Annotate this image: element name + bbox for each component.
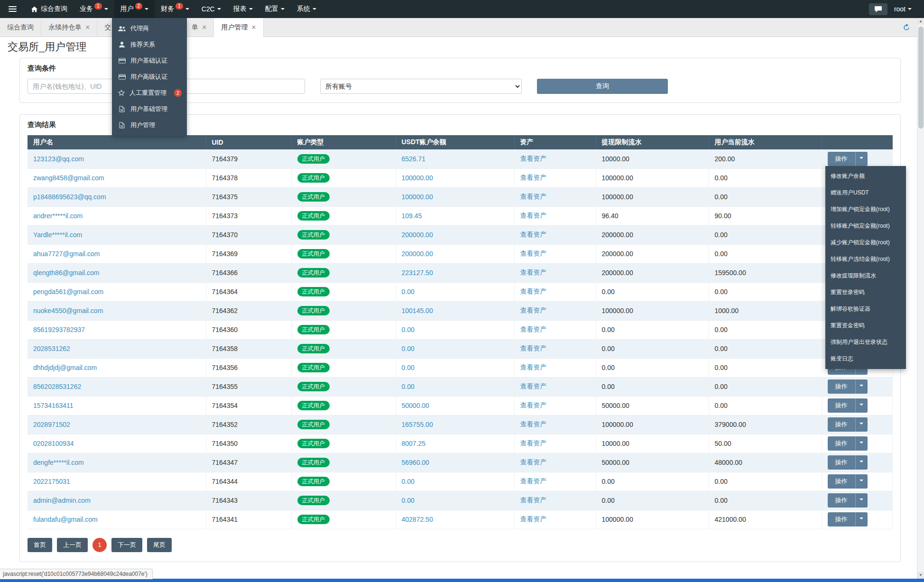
view-assets-link[interactable]: 查看资产	[520, 306, 547, 314]
username-link[interactable]: 2022175031	[33, 478, 70, 485]
nav-item-config[interactable]: 配置	[259, 0, 291, 18]
close-icon[interactable]: ×	[251, 24, 256, 31]
scroll-up-arrow-icon[interactable]: ▲	[917, 18, 924, 25]
view-assets-link[interactable]: 查看资产	[520, 439, 547, 447]
action-button[interactable]: 操作	[828, 436, 855, 451]
action-menu-item[interactable]: 赠送用户USDT	[825, 185, 906, 201]
usdt-balance-link[interactable]: 100145.00	[402, 307, 433, 314]
view-assets-link[interactable]: 查看资产	[520, 174, 547, 181]
username-link[interactable]: 8562028531262	[33, 383, 81, 390]
usdt-balance-link[interactable]: 56960.00	[402, 459, 429, 466]
username-link[interactable]: fulandafu@gmail.com	[33, 516, 98, 523]
usdt-balance-link[interactable]: 50000.00	[402, 402, 429, 409]
view-assets-link[interactable]: 查看资产	[520, 287, 547, 295]
action-button[interactable]: 操作	[828, 398, 855, 413]
username-link[interactable]: pengda561@gmail.com	[33, 288, 103, 296]
username-link[interactable]: nuoke4550@gmail.com	[33, 307, 103, 314]
username-link[interactable]: 02028100934	[33, 440, 74, 447]
view-assets-link[interactable]: 查看资产	[520, 231, 547, 238]
action-menu-item[interactable]: 解绑谷歌验证器	[825, 301, 906, 317]
username-link[interactable]: admin@admin.com	[33, 497, 91, 504]
view-assets-link[interactable]: 查看资产	[520, 268, 547, 276]
action-button[interactable]: 操作	[828, 455, 855, 470]
usdt-balance-link[interactable]: 8007.25	[402, 440, 426, 447]
page-button-last[interactable]: 尾页	[147, 538, 172, 552]
view-assets-link[interactable]: 查看资产	[520, 477, 547, 485]
usdt-balance-link[interactable]: 0.00	[402, 288, 415, 296]
action-button[interactable]: 操作	[828, 512, 855, 527]
action-menu-item[interactable]: 减少账户锁定金额(root)	[825, 234, 906, 251]
usdt-balance-link[interactable]: 100000.00	[402, 174, 433, 182]
view-assets-link[interactable]: 查看资产	[520, 155, 547, 162]
view-assets-link[interactable]: 查看资产	[520, 496, 547, 504]
usdt-balance-link[interactable]: 165755.00	[402, 421, 433, 428]
action-menu-item[interactable]: 强制用户退出登录状态	[825, 334, 906, 351]
nav-item-user[interactable]: 用户2	[114, 0, 155, 18]
action-caret-button[interactable]	[855, 436, 868, 451]
action-button[interactable]: 操作	[828, 493, 855, 508]
username-link[interactable]: dengfe*****il.com	[33, 459, 84, 466]
vertical-scrollbar[interactable]: ▲ ▼	[917, 18, 924, 579]
action-button[interactable]: 操作	[828, 152, 855, 166]
username-link[interactable]: 2028531262	[33, 345, 70, 352]
username-link[interactable]: qlength86@gmail.com	[33, 269, 100, 277]
nav-item-business[interactable]: 业务1	[74, 0, 114, 18]
refresh-button[interactable]	[896, 18, 917, 37]
scroll-down-arrow-icon[interactable]: ▼	[917, 572, 924, 579]
nav-item-finance[interactable]: 财务1	[155, 0, 195, 18]
username-link[interactable]: andrer*****il.com	[33, 212, 83, 220]
usdt-balance-link[interactable]: 109.45	[402, 212, 422, 220]
usdt-balance-link[interactable]: 200000.00	[402, 231, 433, 239]
view-assets-link[interactable]: 查看资产	[520, 420, 547, 428]
user-account-button[interactable]: root	[894, 5, 912, 13]
usdt-balance-link[interactable]: 0.00	[402, 478, 415, 485]
action-menu-item[interactable]: 账变日志	[825, 351, 906, 367]
usdt-balance-link[interactable]: 402872.50	[402, 516, 433, 523]
view-assets-link[interactable]: 查看资产	[520, 363, 547, 371]
usdt-balance-link[interactable]: 223127.50	[402, 269, 433, 277]
view-assets-link[interactable]: 查看资产	[520, 344, 547, 352]
usdt-balance-link[interactable]: 0.00	[402, 497, 415, 504]
username-link[interactable]: 15734163411	[33, 402, 74, 409]
usdt-balance-link[interactable]: 0.00	[402, 383, 415, 390]
user-menu-item-referrals[interactable]: 推荐关系	[112, 37, 187, 53]
nav-item-system[interactable]: 系统	[291, 0, 323, 18]
view-assets-link[interactable]: 查看资产	[520, 458, 547, 466]
username-link[interactable]: 85619293782937	[33, 326, 85, 333]
action-menu-item[interactable]: 增加账户锁定金额(root)	[825, 201, 906, 218]
username-link[interactable]: ahua7727@gmail.com	[33, 250, 100, 258]
username-link[interactable]: dhhdjdjdj@gmail.com	[33, 364, 97, 371]
usdt-balance-link[interactable]: 200000.00	[402, 250, 433, 258]
view-assets-link[interactable]: 查看资产	[520, 193, 547, 200]
usdt-balance-link[interactable]: 6526.71	[402, 155, 426, 163]
action-button[interactable]: 操作	[828, 379, 855, 394]
close-icon[interactable]: ×	[202, 24, 206, 31]
action-menu-item[interactable]: 重置登录密码	[825, 284, 906, 301]
search-button[interactable]: 查询	[537, 79, 668, 94]
page-button-previous[interactable]: 上一页	[57, 538, 88, 552]
nav-item-c2c[interactable]: C2C	[195, 0, 227, 18]
view-assets-link[interactable]: 查看资产	[520, 212, 547, 219]
username-link[interactable]: Yardle*****il.com	[33, 231, 82, 239]
username-link[interactable]: zwang8458@gmail.com	[33, 174, 104, 182]
page-button-page-1[interactable]: 1	[92, 538, 107, 552]
user-menu-item-advanced-kyc[interactable]: 用户高级认证	[112, 69, 187, 85]
scrollbar-thumb[interactable]	[918, 27, 924, 129]
action-menu-item[interactable]: 转移账户锁定金额(root)	[825, 218, 906, 234]
usdt-balance-link[interactable]: 100000.00	[402, 193, 433, 201]
tab-overview[interactable]: 综合查询	[0, 18, 41, 37]
action-menu-item[interactable]: 修改账户余额	[825, 168, 906, 185]
page-button-next[interactable]: 下一页	[111, 538, 142, 552]
tab-perpetual[interactable]: 永续持仓单×	[41, 18, 97, 37]
user-menu-item-basic-kyc[interactable]: 用户基础认证	[112, 53, 187, 69]
view-assets-link[interactable]: 查看资产	[520, 325, 547, 333]
action-menu-item[interactable]: 修改提现限制流水	[825, 268, 906, 284]
user-menu-item-user-base-mgmt[interactable]: 用户基础管理	[112, 101, 187, 117]
user-menu-item-agents[interactable]: 代理商	[112, 20, 187, 37]
view-assets-link[interactable]: 查看资产	[520, 515, 547, 523]
user-menu-item-user-mgmt[interactable]: 用户管理	[112, 117, 187, 133]
action-menu-item[interactable]: 转移账户冻结金额(root)	[825, 251, 906, 268]
action-button[interactable]: 操作	[828, 417, 855, 432]
usdt-balance-link[interactable]: 0.00	[402, 326, 415, 333]
username-link[interactable]: 2028971502	[33, 421, 70, 428]
